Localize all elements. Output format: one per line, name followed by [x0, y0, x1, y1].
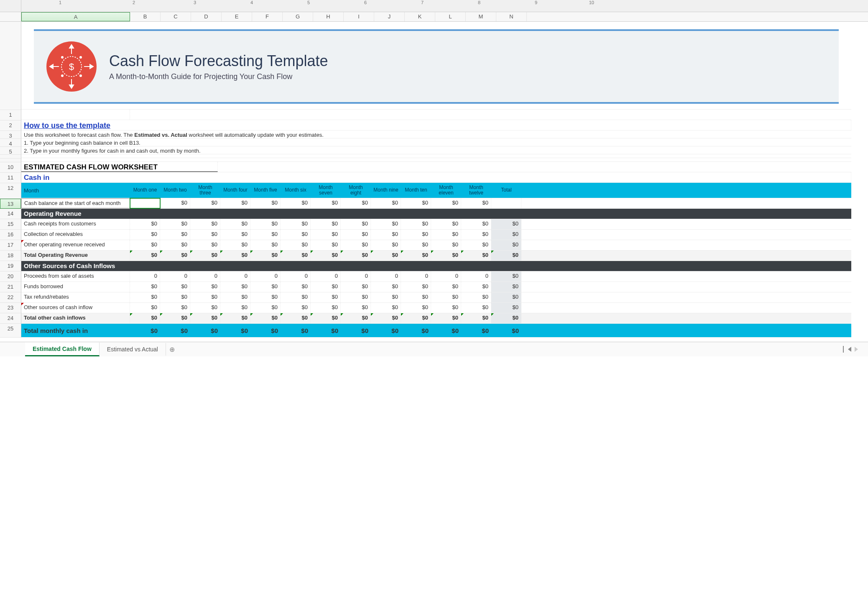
cell[interactable]: 0 — [371, 271, 401, 282]
cell[interactable]: $0 — [220, 230, 250, 240]
cell[interactable]: $0 — [220, 324, 250, 337]
table-row[interactable]: Cash in — [21, 172, 851, 183]
cell[interactable]: $0 — [160, 240, 190, 250]
cell[interactable]: $0 — [220, 251, 250, 261]
cell[interactable]: $0 — [311, 292, 341, 302]
cell[interactable]: $0 — [401, 303, 431, 313]
cell[interactable]: $0 — [401, 282, 431, 292]
cell[interactable]: $0 — [431, 230, 461, 240]
col-header-G[interactable]: G — [283, 12, 313, 21]
row-header[interactable]: 4 — [0, 139, 21, 147]
cell[interactable]: $0 — [160, 282, 190, 292]
cell[interactable]: $0 — [190, 313, 220, 323]
cell[interactable]: $0 — [130, 303, 160, 313]
row-header[interactable] — [0, 159, 21, 162]
cell[interactable]: $0 — [431, 313, 461, 323]
cell[interactable]: $0 — [401, 198, 431, 208]
cell[interactable]: $0 — [190, 219, 220, 229]
cell[interactable]: $0 — [461, 282, 491, 292]
cell[interactable]: $0 — [461, 313, 491, 323]
table-row[interactable]: 1. Type your beginning cash balance in c… — [21, 138, 851, 146]
cell[interactable]: $0 — [371, 282, 401, 292]
tab-estimated-vs-actual[interactable]: Estimated vs Actual — [100, 343, 166, 356]
nav-next-icon[interactable] — [855, 347, 858, 352]
cell[interactable]: $0 — [190, 240, 220, 250]
cell[interactable]: $0 — [281, 282, 311, 292]
cell[interactable]: $0 — [130, 251, 160, 261]
row-header[interactable]: 23 — [0, 303, 21, 313]
cell[interactable]: $0 — [220, 313, 250, 323]
cell[interactable]: $0 — [491, 271, 521, 282]
cell[interactable]: 0 — [431, 271, 461, 282]
col-header-K[interactable]: K — [405, 12, 435, 21]
table-row[interactable]: Tax refund/rebates$0$0$0$0$0$0$0$0$0$0$0… — [21, 292, 851, 303]
table-row[interactable]: Total Operating Revenue$0$0$0$0$0$0$0$0$… — [21, 251, 851, 261]
cell[interactable]: $0 — [281, 251, 311, 261]
cell[interactable]: $0 — [401, 324, 431, 337]
cell[interactable]: $0 — [311, 313, 341, 323]
cell[interactable]: $0 — [311, 324, 341, 337]
cell[interactable]: $0 — [371, 251, 401, 261]
cell[interactable]: $0 — [311, 251, 341, 261]
table-row[interactable] — [21, 154, 851, 158]
cell[interactable]: $0 — [431, 198, 461, 208]
cell[interactable]: $0 — [311, 240, 341, 250]
sheet-tabs[interactable]: Estimated Cash Flow Estimated vs Actual … — [0, 342, 868, 356]
cell[interactable]: 0 — [220, 271, 250, 282]
row-header[interactable]: 15 — [0, 219, 21, 230]
row-header[interactable]: 20 — [0, 271, 21, 282]
cell[interactable]: $0 — [341, 282, 371, 292]
cell[interactable]: $0 — [461, 230, 491, 240]
cell[interactable]: $0 — [401, 292, 431, 302]
cell[interactable]: $0 — [160, 313, 190, 323]
cell[interactable]: $0 — [220, 282, 250, 292]
cell[interactable]: 0 — [341, 271, 371, 282]
nav-first-icon[interactable] — [843, 346, 844, 353]
cell[interactable]: $0 — [250, 324, 281, 337]
cell[interactable]: $0 — [341, 313, 371, 323]
cell[interactable]: $0 — [250, 303, 281, 313]
cell[interactable]: $0 — [401, 230, 431, 240]
cell[interactable]: $0 — [311, 219, 341, 229]
cell[interactable]: $0 — [341, 292, 371, 302]
col-header-L[interactable]: L — [435, 12, 466, 21]
cell[interactable]: $0 — [491, 313, 521, 323]
cell[interactable]: $0 — [311, 282, 341, 292]
cell[interactable]: $0 — [220, 292, 250, 302]
cell[interactable]: $0 — [491, 230, 521, 240]
add-sheet-button[interactable]: ⊕ — [166, 346, 179, 353]
cell[interactable]: $0 — [160, 198, 190, 208]
cell[interactable]: $0 — [160, 219, 190, 229]
cell[interactable]: $0 — [250, 313, 281, 323]
cell[interactable]: $0 — [160, 292, 190, 302]
cell[interactable]: $0 — [220, 198, 250, 208]
cell[interactable]: $0 — [461, 251, 491, 261]
cell[interactable]: $0 — [250, 292, 281, 302]
table-row[interactable]: Other operating revenue received$0$0$0$0… — [21, 240, 851, 251]
row-header[interactable]: 3 — [0, 131, 21, 139]
cell[interactable]: 0 — [311, 271, 341, 282]
cell[interactable]: $0 — [220, 219, 250, 229]
cell[interactable]: $0 — [461, 219, 491, 229]
cell[interactable]: 0 — [130, 271, 160, 282]
cell[interactable]: $0 — [341, 198, 371, 208]
select-all-corner[interactable] — [0, 12, 21, 21]
cell[interactable]: $0 — [220, 240, 250, 250]
row-header[interactable]: 21 — [0, 282, 21, 292]
cell[interactable]: $0 — [130, 219, 160, 229]
tab-nav[interactable] — [840, 346, 868, 353]
cell[interactable]: $0 — [130, 282, 160, 292]
cell[interactable]: $0 — [130, 313, 160, 323]
col-header-B[interactable]: B — [130, 12, 161, 21]
cell[interactable]: $0 — [371, 198, 401, 208]
col-header-C[interactable]: C — [161, 12, 191, 21]
cell[interactable]: $0 — [281, 230, 311, 240]
row-header[interactable] — [0, 155, 21, 159]
cell[interactable]: 0 — [160, 271, 190, 282]
row-header[interactable]: 2 — [0, 120, 21, 131]
row-header[interactable]: 5 — [0, 147, 21, 155]
row-header[interactable]: 17 — [0, 240, 21, 251]
table-row[interactable]: Other sources of cash inflow$0$0$0$0$0$0… — [21, 303, 851, 313]
spreadsheet-grid[interactable]: $ Cash Flow Forecasting Template A — [21, 22, 851, 338]
row-header[interactable]: 18 — [0, 251, 21, 261]
